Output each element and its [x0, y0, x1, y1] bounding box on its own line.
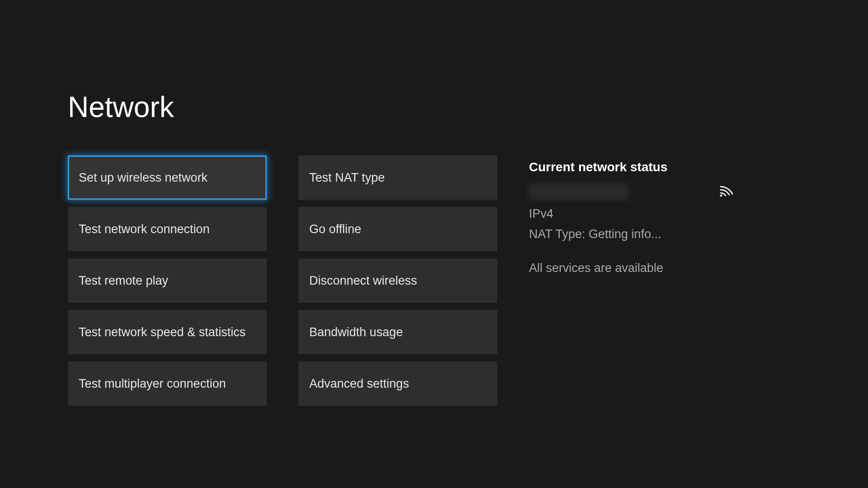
- wifi-icon: [719, 185, 734, 198]
- menu-columns: Set up wireless network Test network con…: [68, 155, 497, 406]
- status-heading: Current network status: [529, 160, 737, 174]
- network-ssid-redacted: [529, 183, 628, 200]
- menu-label: Go offline: [309, 222, 361, 236]
- menu-label: Test NAT type: [309, 171, 385, 185]
- status-panel: Current network status IPv4 NAT Type: Ge…: [529, 155, 737, 406]
- svg-point-0: [720, 195, 722, 197]
- test-network-connection-button[interactable]: Test network connection: [68, 207, 267, 251]
- page-title: Network: [68, 90, 800, 124]
- setup-wireless-network-button[interactable]: Set up wireless network: [68, 155, 267, 200]
- menu-label: Disconnect wireless: [309, 274, 417, 288]
- menu-label: Advanced settings: [309, 377, 409, 391]
- menu-label: Test network connection: [79, 222, 210, 236]
- menu-label: Bandwidth usage: [309, 325, 403, 339]
- menu-column-1: Set up wireless network Test network con…: [68, 155, 267, 406]
- disconnect-wireless-button[interactable]: Disconnect wireless: [298, 258, 497, 303]
- ip-version-label: IPv4: [529, 207, 737, 221]
- test-remote-play-button[interactable]: Test remote play: [68, 258, 267, 303]
- nat-type-label: NAT Type: Getting info...: [529, 227, 737, 241]
- go-offline-button[interactable]: Go offline: [298, 207, 497, 251]
- test-multiplayer-connection-button[interactable]: Test multiplayer connection: [68, 361, 267, 406]
- menu-label: Test multiplayer connection: [79, 377, 226, 391]
- menu-label: Test remote play: [79, 274, 168, 288]
- services-status-label: All services are available: [529, 261, 737, 275]
- menu-label: Set up wireless network: [79, 171, 208, 185]
- network-settings-container: Network Set up wireless network Test net…: [0, 0, 868, 406]
- bandwidth-usage-button[interactable]: Bandwidth usage: [298, 310, 497, 354]
- menu-label: Test network speed & statistics: [79, 325, 245, 339]
- advanced-settings-button[interactable]: Advanced settings: [298, 361, 497, 406]
- test-nat-type-button[interactable]: Test NAT type: [298, 155, 497, 200]
- test-network-speed-button[interactable]: Test network speed & statistics: [68, 310, 267, 354]
- network-ssid-row: [529, 183, 737, 200]
- main-content: Set up wireless network Test network con…: [68, 155, 800, 406]
- menu-column-2: Test NAT type Go offline Disconnect wire…: [298, 155, 497, 406]
